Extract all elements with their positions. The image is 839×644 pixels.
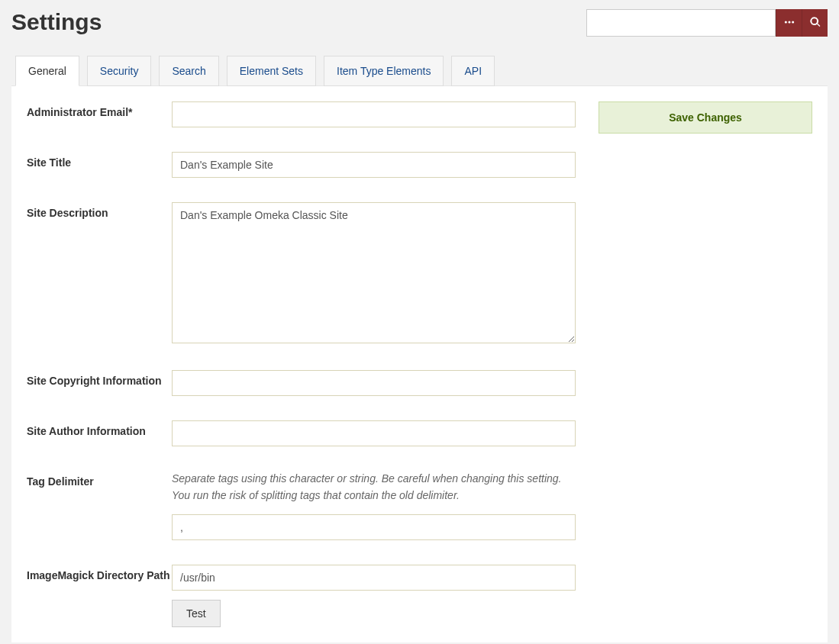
search-icon <box>809 16 821 31</box>
svg-point-2 <box>792 21 794 23</box>
tab-api[interactable]: API <box>451 56 495 86</box>
label-tag-delimiter: Tag Delimiter <box>27 471 172 488</box>
tab-security[interactable]: Security <box>87 56 152 86</box>
search-options-button[interactable] <box>776 9 802 37</box>
input-site-title[interactable] <box>172 152 576 178</box>
input-imagemagick[interactable] <box>172 565 576 591</box>
page-title: Settings <box>11 9 102 35</box>
tab-element-sets[interactable]: Element Sets <box>227 56 316 86</box>
input-site-author[interactable] <box>172 420 576 446</box>
label-site-title: Site Title <box>27 152 172 169</box>
save-panel: Save Changes <box>599 101 812 627</box>
input-site-copyright[interactable] <box>172 370 576 396</box>
label-site-description: Site Description <box>27 202 172 219</box>
label-admin-email: Administrator Email* <box>27 101 172 118</box>
label-site-author: Site Author Information <box>27 420 172 437</box>
search-input[interactable] <box>586 9 776 37</box>
tab-item-type-elements[interactable]: Item Type Elements <box>324 56 444 86</box>
tab-general[interactable]: General <box>15 56 79 86</box>
svg-point-1 <box>788 21 790 23</box>
settings-form: Administrator Email* Site Title Site Des… <box>27 101 576 627</box>
search-submit-button[interactable] <box>802 9 828 37</box>
save-changes-button[interactable]: Save Changes <box>599 101 812 134</box>
textarea-site-description[interactable]: Dan's Example Omeka Classic Site <box>172 202 576 343</box>
input-tag-delimiter[interactable] <box>172 514 576 540</box>
svg-point-0 <box>784 21 786 23</box>
test-button[interactable]: Test <box>172 600 221 627</box>
settings-tabs: General Security Search Element Sets Ite… <box>11 55 828 85</box>
label-site-copyright: Site Copyright Information <box>27 370 172 387</box>
ellipsis-icon <box>783 16 795 31</box>
tab-search[interactable]: Search <box>159 56 218 86</box>
search-bar <box>586 9 828 37</box>
explanation-tag-delimiter: Separate tags using this character or st… <box>172 471 576 504</box>
input-admin-email[interactable] <box>172 101 576 127</box>
label-imagemagick: ImageMagick Directory Path <box>27 565 172 581</box>
